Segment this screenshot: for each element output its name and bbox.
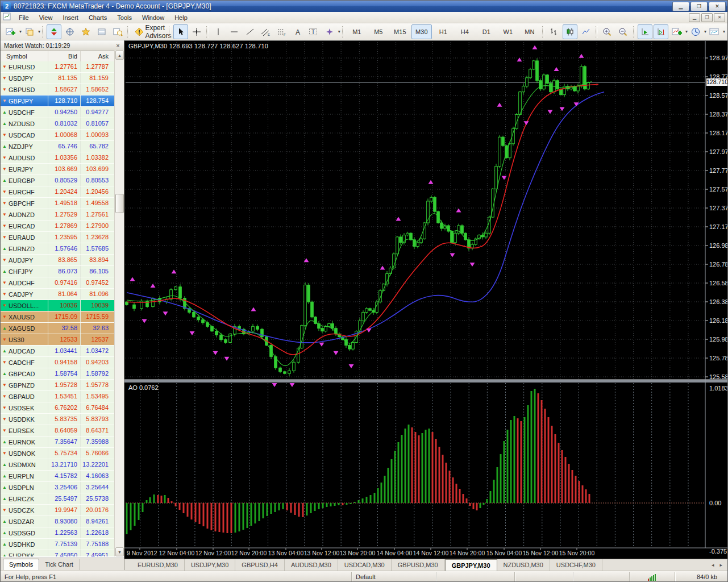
minimize-icon[interactable]: ▁ [672, 2, 689, 11]
profiles-dropdown-icon[interactable]: ▾ [38, 29, 40, 34]
market-watch-row-usdjpy[interactable]: ▼USDJPY81.13581.159 [1, 73, 115, 84]
timeframe-m15-button[interactable]: M15 [390, 24, 410, 39]
market-watch-row-audusd[interactable]: ▼AUDUSD1.033561.03382 [1, 152, 115, 164]
market-watch-row-cadchf[interactable]: ▼CADCHF0.941580.94203 [1, 357, 115, 368]
menu-window[interactable]: Window [137, 13, 169, 23]
profiles-button[interactable] [22, 24, 37, 39]
zoom-in-icon[interactable] [600, 24, 615, 39]
market-watch-row-audcad[interactable]: ▲AUDCAD1.034411.03472 [1, 346, 115, 357]
market-watch-row-usdczk[interactable]: ▼USDCZK19.994720.0176 [1, 505, 115, 516]
channel-tool-button[interactable]: E [259, 24, 273, 39]
chart-tab-gbpusd-h4[interactable]: GBPUSD,H4 [235, 559, 285, 571]
new-chart-dropdown-icon[interactable]: ▾ [19, 29, 22, 34]
menu-charts[interactable]: Charts [84, 13, 112, 23]
market-watch-row-usddkk[interactable]: ▼USDDKK5.837355.83793 [1, 414, 115, 425]
market-watch-row-audjpy[interactable]: ▼AUDJPY83.86583.894 [1, 255, 115, 266]
text-label-tool-button[interactable]: T [306, 24, 321, 39]
trendline-tool-button[interactable] [243, 24, 257, 39]
timeframe-d1-button[interactable]: D1 [476, 24, 497, 39]
market-watch-row-eurdkk[interactable]: ▲EURDKK7.458507.45951 [1, 550, 115, 556]
toolbar-grip[interactable] [342, 26, 344, 38]
timeframe-m5-button[interactable]: M5 [368, 24, 389, 39]
zoom-out-icon[interactable] [616, 24, 631, 39]
vertical-line-tool-button[interactable] [211, 24, 226, 39]
timeframe-h4-button[interactable]: H4 [455, 24, 475, 39]
market-watch-row-audnzd[interactable]: ▼AUDNZD1.275291.27561 [1, 209, 115, 221]
mdi-restore-icon[interactable]: ❐ [701, 13, 713, 22]
market-watch-scrollbar[interactable]: ▲ ▼ [114, 51, 124, 556]
toolbar-grip[interactable] [633, 26, 635, 38]
market-watch-row-eurnok[interactable]: ▲EURNOK7.356477.35988 [1, 436, 115, 448]
toolbar-grip[interactable] [127, 26, 130, 38]
column-bid[interactable]: Bid [48, 51, 81, 61]
column-ask[interactable]: Ask [81, 51, 111, 61]
market-watch-row-chfjpy[interactable]: ▲CHFJPY86.07386.105 [1, 266, 115, 277]
market-watch-row-us30[interactable]: ▼US301253312537 [1, 334, 115, 346]
mdi-minimize-icon[interactable]: ▁ [689, 13, 700, 22]
crosshair-tool-button[interactable] [189, 24, 204, 39]
market-watch-title-bar[interactable]: Market Watch: 01:19:29 × [1, 40, 124, 51]
bar-chart-button[interactable] [547, 24, 561, 39]
toolbar-grip[interactable] [206, 26, 209, 38]
templates-button[interactable] [707, 24, 722, 39]
market-watch-row-eurjpy[interactable]: ▼EURJPY103.669103.699 [1, 164, 115, 175]
cursor-tool-button[interactable] [173, 24, 188, 39]
toolbar-grip[interactable] [596, 26, 598, 38]
chart-tab-usdjpy-m30[interactable]: USDJPY,M30 [185, 559, 235, 571]
strategy-tester-button[interactable] [110, 24, 125, 39]
text-tool-button[interactable]: A [290, 24, 305, 39]
horizontal-line-tool-button[interactable] [227, 24, 242, 39]
market-watch-row-eurpln[interactable]: ▲EURPLN4.157824.16063 [1, 471, 115, 482]
column-symbol[interactable]: Symbol [1, 51, 48, 61]
market-watch-row-nzdusd[interactable]: ▲NZDUSD0.810320.81057 [1, 118, 115, 130]
periods-dropdown-icon[interactable]: ▾ [704, 29, 706, 34]
timeframe-w1-button[interactable]: W1 [498, 24, 518, 39]
market-watch-row-eursek[interactable]: ▼EURSEK8.640598.64371 [1, 425, 115, 436]
scroll-up-icon[interactable]: ▲ [115, 51, 124, 60]
market-watch-row-usdsek[interactable]: ▼USDSEK6.762026.76484 [1, 402, 115, 414]
market-watch-row-eurgbp[interactable]: ▲EURGBP0.805290.80553 [1, 175, 115, 186]
market-watch-row-audchf[interactable]: ▼AUDCHF0.974160.97452 [1, 277, 115, 289]
market-watch-row-usdmxn[interactable]: ▲USDMXN13.2171013.22201 [1, 459, 115, 471]
indicators-button[interactable] [669, 24, 684, 39]
chart-tab-gbpusd-m30[interactable]: GBPUSD,M30 [392, 559, 445, 571]
chart-tab-audusd-m30[interactable]: AUDUSD,M30 [285, 559, 338, 571]
chart-shift-button[interactable] [654, 24, 668, 39]
navigator-button[interactable] [78, 24, 93, 39]
market-watch-row-usdoll[interactable]: ▼USDOLL...1003610039 [1, 300, 115, 311]
market-watch-tab-tick-chart[interactable]: Tick Chart [39, 559, 80, 570]
market-watch-row-usdsgd[interactable]: ▲USDSGD1.225631.22618 [1, 527, 115, 539]
arrows-dropdown-icon[interactable]: ▾ [338, 29, 340, 34]
market-watch-row-eurusd[interactable]: ▼EURUSD1.277611.27787 [1, 61, 115, 73]
toolbar-grip[interactable] [169, 26, 171, 38]
fibonacci-tool-button[interactable]: F [274, 24, 289, 39]
market-watch-row-eurchf[interactable]: ▼EURCHF1.204241.20456 [1, 186, 115, 198]
market-watch-row-cadjpy[interactable]: ▼CADJPY81.06481.096 [1, 289, 115, 300]
restore-icon[interactable]: ❐ [690, 2, 708, 11]
chart-canvas[interactable]: 128.970128.770128.570128.370128.170127.9… [124, 41, 728, 559]
timeframe-m30-button[interactable]: M30 [411, 24, 432, 39]
arrows-tool-button[interactable] [322, 24, 337, 39]
chart-tab-gbpjpy-m30[interactable]: GBPJPY,M30 [445, 559, 497, 571]
market-watch-tab-symbols[interactable]: Symbols [3, 559, 39, 570]
timeframe-m1-button[interactable]: M1 [347, 24, 367, 39]
menu-file[interactable]: File [14, 13, 34, 23]
chart-tab-usdchf-m30[interactable]: USDCHF,M30 [550, 559, 602, 571]
market-watch-row-gbpusd[interactable]: ▼GBPUSD1.586271.58652 [1, 84, 115, 95]
market-watch-row-usdpln[interactable]: ▲USDPLN3.254063.25644 [1, 482, 115, 493]
market-watch-row-usdnok[interactable]: ▼USDNOK5.757345.76066 [1, 448, 115, 459]
market-watch-row-xauusd[interactable]: ▼XAUUSD1715.091715.59 [1, 311, 115, 323]
menu-help[interactable]: Help [169, 13, 193, 23]
candlestick-chart-button[interactable] [563, 24, 577, 39]
chart-tab-nzdusd-m30[interactable]: NZDUSD,M30 [497, 559, 550, 571]
menu-tools[interactable]: Tools [112, 13, 137, 23]
menu-view[interactable]: View [34, 13, 58, 23]
market-watch-row-eurcad[interactable]: ▼EURCAD1.278691.27900 [1, 221, 115, 232]
title-bar[interactable]: 2 80721823: FXCM MetaTrader 4 - Demo Acc… [1, 1, 727, 12]
mdi-close-icon[interactable]: ✕ [714, 13, 725, 22]
expert-advisors-button[interactable]: Expert Advisors [148, 24, 167, 39]
market-watch-row-nzdjpy[interactable]: ▲NZDJPY65.74665.782 [1, 141, 115, 152]
scroll-down-icon[interactable]: ▼ [115, 547, 124, 556]
market-watch-row-usdcad[interactable]: ▼USDCAD1.000681.00093 [1, 130, 115, 141]
market-watch-row-euraud[interactable]: ▼EURAUD1.235951.23628 [1, 232, 115, 243]
